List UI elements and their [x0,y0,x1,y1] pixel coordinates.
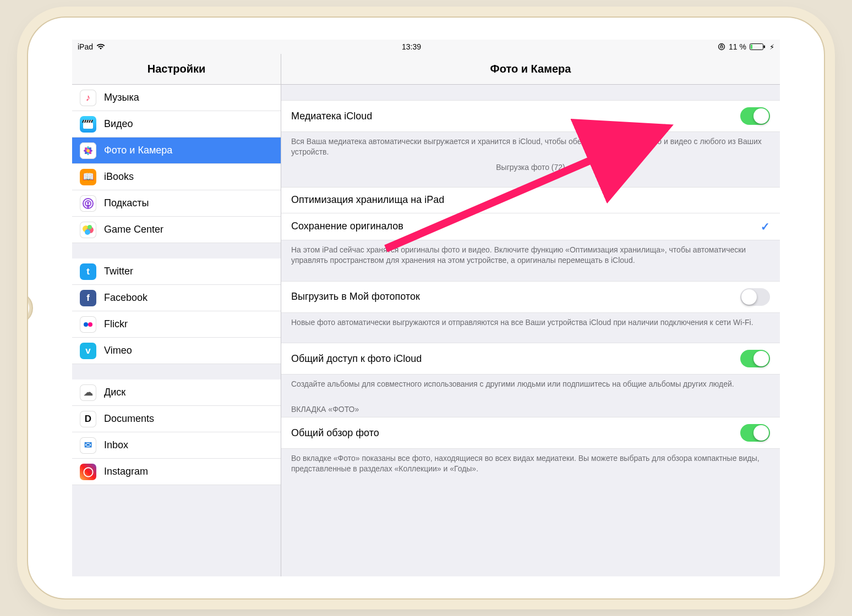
toggle-shared[interactable] [740,350,770,367]
sidebar-item-label: Диск [104,387,125,398]
settings-sidebar: Настройки ♪МузыкаВидеоФото и Камера📖iBoo… [72,54,281,576]
sidebar-item-label: Game Center [104,224,163,235]
detail-pane: Фото и Камера Медиатека iCloudВся Ваша м… [281,54,780,576]
sidebar-item-label: Фото и Камера [104,145,172,156]
detail-title: Фото и Камера [281,54,780,85]
section-footer: На этом iPad сейчас хранятся оригиналы ф… [281,240,780,266]
detail-content[interactable]: Медиатека iCloudВся Ваша медиатека автом… [281,85,780,576]
section-header: ВКЛАДКА «ФОТО» [281,405,780,417]
sidebar-item-label: Twitter [104,266,133,277]
svg-point-19 [85,229,90,235]
sidebar-item-ibooks[interactable]: 📖iBooks [72,164,281,190]
orientation-lock-icon [718,43,725,51]
documents-icon: D [80,411,96,427]
sidebar-item-video[interactable]: Видео [72,111,281,138]
podcasts-icon [80,195,96,212]
svg-point-20 [88,225,92,229]
setting-keep-orig[interactable]: Сохранение оригиналов✓ [281,213,780,240]
setting-label: Общий доступ к фото iCloud [291,353,422,365]
toggle-summarize[interactable] [740,424,770,442]
sidebar-item-label: Vimeo [104,345,132,356]
section-footer: Во вкладке «Фото» показаны все фото, нах… [281,449,780,474]
sidebar-item-facebook[interactable]: fFacebook [72,285,281,311]
svg-point-16 [87,202,89,204]
charging-icon: ⚡︎ [769,43,774,51]
gamecenter-icon [80,222,96,238]
setting-label: Выгрузить в Мой фотопоток [291,291,420,302]
sidebar-item-label: Documents [104,413,154,425]
setting-optimize[interactable]: Оптимизация хранилища на iPad [281,187,780,213]
sidebar-item-label: iBooks [104,171,134,183]
sidebar-item-inbox[interactable]: ✉︎Inbox [72,432,281,459]
wifi-icon [96,43,105,50]
vimeo-icon: v [80,343,96,359]
setting-label: Общий обзор фото [291,427,379,439]
svg-point-21 [84,322,88,327]
screen: iPad 13:39 11 % ⚡︎ Настройки [72,40,780,576]
sidebar-item-label: Facebook [104,292,148,304]
battery-text: 11 % [729,42,746,51]
section-footer: Создайте альбомы для совместного использ… [281,375,780,389]
svg-point-22 [88,322,92,327]
sidebar-item-label: Видео [104,118,133,130]
sidebar-item-gamecenter[interactable]: Game Center [72,217,281,243]
sidebar-item-podcasts[interactable]: Подкасты [72,190,281,217]
music-icon: ♪ [80,90,96,106]
upload-status: Выгрузка фото (72) [281,157,780,172]
sidebar-item-twitter[interactable]: tTwitter [72,258,281,285]
setting-my-stream[interactable]: Выгрузить в Мой фотопоток [281,281,780,313]
instagram-icon: ◯ [80,464,96,480]
sidebar-list[interactable]: ♪МузыкаВидеоФото и Камера📖iBooksПодкасты… [72,85,281,576]
status-bar: iPad 13:39 11 % ⚡︎ [72,40,780,54]
flickr-icon [80,316,96,333]
setting-icloud-library[interactable]: Медиатека iCloud [281,100,780,132]
clock: 13:39 [402,42,421,51]
battery-icon [750,43,766,51]
sidebar-item-music[interactable]: ♪Музыка [72,85,281,111]
inbox-icon: ✉︎ [80,437,96,454]
svg-rect-2 [764,46,766,48]
svg-rect-4 [83,123,93,129]
setting-summarize[interactable]: Общий обзор фото [281,417,780,449]
ibooks-icon: 📖 [80,169,96,185]
checkmark-icon: ✓ [761,220,770,233]
sidebar-item-documents[interactable]: DDocuments [72,406,281,432]
svg-rect-3 [751,45,752,49]
setting-label: Сохранение оригиналов [291,221,403,232]
sidebar-title: Настройки [72,54,281,85]
device-name: iPad [78,42,93,51]
sidebar-item-flickr[interactable]: Flickr [72,311,281,338]
setting-label: Оптимизация хранилища на iPad [291,194,444,206]
toggle-my-stream[interactable] [740,288,770,306]
sidebar-item-disk[interactable]: ☁︎Диск [72,380,281,406]
section-footer: Новые фото автоматически выгружаются и о… [281,313,780,328]
sidebar-item-vimeo[interactable]: vVimeo [72,338,281,364]
twitter-icon: t [80,263,96,280]
setting-shared[interactable]: Общий доступ к фото iCloud [281,343,780,375]
svg-point-13 [86,149,90,152]
sidebar-item-label: Instagram [104,466,148,477]
section-footer: Вся Ваша медиатека автоматически выгружа… [281,132,780,157]
photos-icon [80,142,96,159]
sidebar-item-label: Музыка [104,92,139,103]
disk-icon: ☁︎ [80,384,96,401]
home-button[interactable] [27,292,33,324]
setting-label: Медиатека iCloud [291,111,372,122]
video-icon [80,116,96,133]
toggle-icloud-library[interactable] [740,107,770,125]
sidebar-item-label: Flickr [104,318,128,330]
facebook-icon: f [80,290,96,306]
sidebar-item-label: Inbox [104,439,128,451]
sidebar-item-photos[interactable]: Фото и Камера [72,138,281,164]
sidebar-item-instagram[interactable]: ◯Instagram [72,459,281,485]
sidebar-item-label: Подкасты [104,197,149,209]
ipad-frame: iPad 13:39 11 % ⚡︎ Настройки [27,16,825,600]
